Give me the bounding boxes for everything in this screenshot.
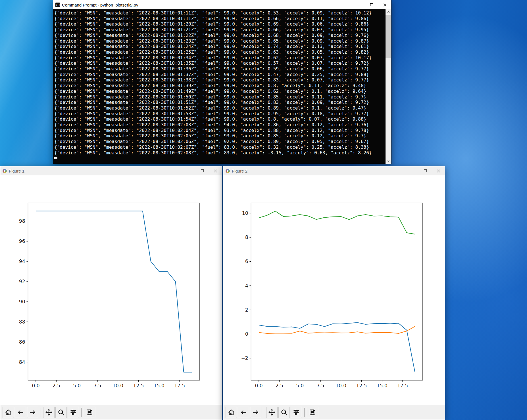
console-line: {"device": "WSN", "measdate": "2022-08-3…	[54, 21, 386, 27]
pan-button[interactable]	[266, 407, 278, 418]
save-button[interactable]	[307, 407, 318, 418]
figure2-plot[interactable]: 0.02.55.07.510.012.515.017.5−20246810	[223, 175, 445, 406]
svg-text:2.5: 2.5	[53, 383, 60, 388]
console-line: {"device": "WSN", "measdate": "2022-08-3…	[54, 38, 386, 44]
figure1-maximize-button[interactable]	[196, 166, 209, 175]
back-button[interactable]	[238, 407, 249, 418]
forward-button[interactable]	[27, 407, 38, 418]
screen: C:\ Command Prompt - python plotserial.p…	[0, 0, 527, 420]
console-line: {"device": "WSN", "measdate": "2022-08-3…	[54, 100, 386, 105]
svg-text:5.0: 5.0	[73, 383, 81, 388]
configure-icon	[293, 409, 300, 416]
figure2-canvas[interactable]: 0.02.55.07.510.012.515.017.5−20246810	[223, 175, 445, 406]
svg-text:0.0: 0.0	[32, 383, 39, 388]
svg-text:96: 96	[19, 238, 25, 244]
console-cursor	[54, 157, 57, 159]
console-title: Command Prompt - python plotserial.py	[62, 3, 138, 7]
console-line: {"device": "WSN", "measdate": "2022-08-3…	[54, 122, 386, 128]
figure1-minimize-button[interactable]	[183, 166, 196, 175]
scroll-down-icon	[387, 160, 390, 162]
console-line: {"device": "WSN", "measdate": "2022-08-3…	[54, 116, 386, 122]
figure1-window-controls	[183, 166, 222, 175]
figure2-maximize-button[interactable]	[419, 166, 432, 175]
console-output[interactable]: {"device": "WSN", "measdate": "2022-08-3…	[53, 9, 386, 164]
forward-button[interactable]	[250, 407, 261, 418]
console-line: {"device": "WSN", "measdate": "2022-08-3…	[54, 27, 386, 33]
svg-text:15.0: 15.0	[154, 383, 164, 388]
scroll-thumb[interactable]	[386, 15, 391, 58]
figure1-canvas[interactable]: 0.02.55.07.510.012.515.017.5848688909294…	[0, 175, 222, 406]
cmd-icon: C:\	[55, 3, 60, 7]
svg-text:15.0: 15.0	[377, 383, 388, 388]
console-line: {"device": "WSN", "measdate": "2022-08-3…	[54, 72, 386, 77]
console-minimize-button[interactable]	[352, 0, 365, 9]
svg-text:92: 92	[19, 279, 25, 284]
home-icon	[5, 409, 12, 416]
console-line: {"device": "WSN", "measdate": "2022-08-3…	[54, 111, 386, 117]
svg-text:C:\: C:\	[56, 4, 60, 6]
close-icon	[383, 3, 387, 7]
svg-text:2: 2	[245, 307, 248, 313]
pan-icon	[268, 409, 276, 416]
figure1-close-button[interactable]	[209, 166, 222, 175]
scroll-up-button[interactable]	[386, 9, 391, 14]
home-button[interactable]	[3, 407, 14, 418]
back-button[interactable]	[15, 407, 26, 418]
svg-text:2.5: 2.5	[276, 383, 283, 388]
svg-text:88: 88	[19, 319, 25, 325]
maximize-icon	[370, 3, 373, 7]
svg-text:7.5: 7.5	[316, 383, 324, 388]
zoom-button[interactable]	[55, 407, 67, 418]
svg-text:94: 94	[19, 259, 25, 264]
svg-text:0: 0	[245, 331, 248, 337]
console-line: {"device": "WSN", "measdate": "2022-08-3…	[54, 66, 386, 72]
scroll-down-button[interactable]	[386, 159, 391, 164]
console-scrollbar[interactable]	[386, 9, 391, 164]
svg-text:12.5: 12.5	[133, 383, 144, 388]
figure2-window: Figure 2 0.02.55.07.510.012.515.017.5−20…	[223, 166, 445, 420]
home-button[interactable]	[226, 407, 237, 418]
console-line: {"device": "WSN", "measdate": "2022-08-3…	[54, 144, 386, 150]
scroll-up-icon	[387, 11, 390, 13]
toolbar-separator	[81, 408, 82, 417]
forward-icon	[29, 409, 36, 416]
configure-button[interactable]	[68, 407, 79, 418]
console-line: {"device": "WSN", "measdate": "2022-08-3…	[54, 77, 386, 83]
save-icon	[309, 409, 316, 416]
close-icon	[214, 169, 217, 173]
console-close-button[interactable]	[378, 0, 391, 9]
save-button[interactable]	[84, 407, 95, 418]
svg-text:17.5: 17.5	[397, 383, 408, 388]
console-maximize-button[interactable]	[365, 0, 378, 9]
zoom-icon	[57, 409, 65, 416]
configure-button[interactable]	[291, 407, 302, 418]
svg-text:6: 6	[245, 259, 248, 264]
figure1-title: Figure 1	[9, 169, 24, 173]
console-line: {"device": "WSN", "measdate": "2022-08-3…	[54, 10, 386, 16]
svg-text:12.5: 12.5	[356, 383, 367, 388]
home-icon	[228, 409, 235, 416]
pan-button[interactable]	[43, 407, 55, 418]
figure2-titlebar: Figure 2	[223, 166, 445, 175]
svg-text:10.0: 10.0	[336, 383, 346, 388]
console-line: {"device": "WSN", "measdate": "2022-08-3…	[54, 105, 386, 111]
minimize-icon	[411, 169, 414, 173]
console-window-controls	[352, 0, 391, 9]
svg-text:84: 84	[19, 359, 25, 365]
svg-text:10.0: 10.0	[113, 383, 123, 388]
console-line: {"device": "WSN", "measdate": "2022-08-3…	[54, 16, 386, 22]
figure2-toolbar	[223, 405, 445, 420]
console-line: {"device": "WSN", "measdate": "2022-08-3…	[54, 94, 386, 100]
console-window: C:\ Command Prompt - python plotserial.p…	[53, 0, 391, 164]
minimize-icon	[188, 169, 191, 173]
svg-text:10: 10	[242, 210, 248, 216]
console-titlebar: C:\ Command Prompt - python plotserial.p…	[53, 0, 391, 9]
svg-text:5.0: 5.0	[296, 383, 304, 388]
console-line: {"device": "WSN", "measdate": "2022-08-3…	[54, 133, 386, 139]
configure-icon	[70, 409, 77, 416]
zoom-button[interactable]	[278, 407, 290, 418]
figure2-minimize-button[interactable]	[406, 166, 419, 175]
figure2-close-button[interactable]	[432, 166, 445, 175]
svg-text:8: 8	[245, 234, 248, 240]
figure1-plot[interactable]: 0.02.55.07.510.012.515.017.5848688909294…	[0, 175, 222, 406]
